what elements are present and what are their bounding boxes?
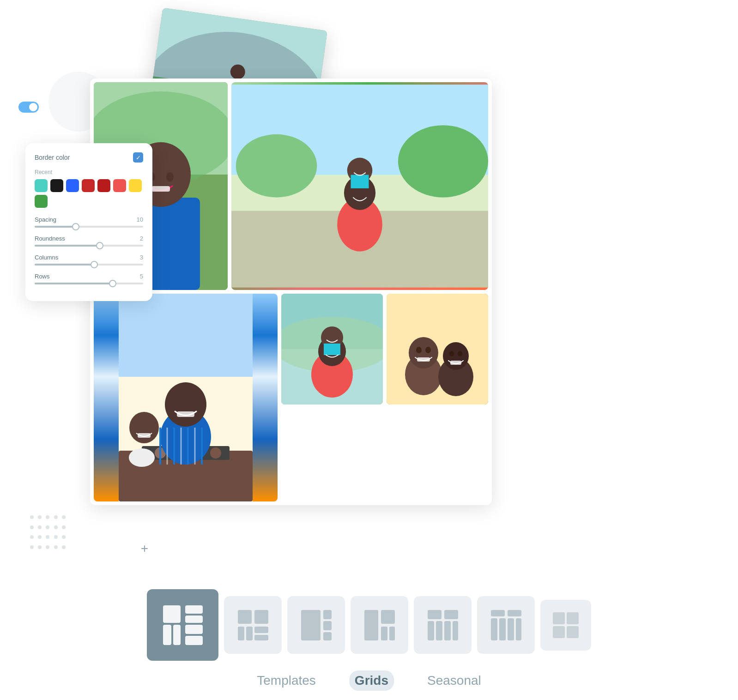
columns-slider-row: Columns 3: [35, 254, 143, 266]
photo-area: [90, 18, 510, 434]
svg-rect-69: [163, 605, 181, 623]
color-swatch-black[interactable]: [50, 179, 63, 192]
color-swatch-dark-red[interactable]: [82, 179, 95, 192]
rows-thumb[interactable]: [109, 280, 116, 287]
svg-rect-84: [323, 621, 332, 630]
color-swatch-blue[interactable]: [66, 179, 79, 192]
columns-slider-header: Columns 3: [35, 254, 143, 261]
color-swatch-teal[interactable]: [35, 179, 48, 192]
roundness-slider-header: Roundness 2: [35, 235, 143, 242]
panel-check-button[interactable]: ✓: [133, 152, 143, 163]
grid-icon-5: [427, 609, 459, 641]
roundness-track[interactable]: [35, 245, 143, 247]
svg-point-67: [449, 351, 454, 356]
svg-rect-29: [119, 294, 253, 377]
dot: [54, 515, 58, 519]
dot: [54, 525, 58, 529]
svg-rect-90: [428, 610, 442, 619]
thumbnail-6[interactable]: [477, 596, 535, 654]
spacing-fill: [35, 226, 76, 228]
svg-rect-47: [177, 411, 194, 417]
roundness-fill: [35, 245, 100, 247]
dot: [38, 525, 42, 529]
rows-track[interactable]: [35, 283, 143, 284]
outdoor-photo-svg: [231, 82, 488, 290]
collage-bottom-row: [94, 294, 488, 501]
tab-navigation: Templates Grids Seasonal: [251, 670, 487, 691]
tab-templates[interactable]: Templates: [251, 670, 321, 691]
svg-point-22: [398, 125, 488, 197]
thumbnail-5[interactable]: [414, 596, 472, 654]
photo-cell-piggyback: [281, 294, 383, 404]
tab-grids[interactable]: Grids: [349, 670, 394, 691]
columns-track[interactable]: [35, 264, 143, 266]
svg-rect-75: [185, 636, 203, 645]
svg-rect-73: [173, 625, 181, 645]
roundness-value: 2: [140, 235, 143, 242]
roundness-slider-row: Roundness 2: [35, 235, 143, 247]
svg-rect-105: [567, 626, 579, 638]
svg-point-68: [458, 351, 462, 356]
svg-rect-95: [453, 621, 458, 640]
spacing-label: Spacing: [35, 216, 56, 223]
dot: [38, 515, 42, 519]
color-swatch-red[interactable]: [113, 179, 126, 192]
thumbnail-3[interactable]: [287, 596, 345, 654]
svg-point-65: [416, 347, 422, 353]
thumbnail-7[interactable]: [540, 600, 591, 651]
spacing-slider-row: Spacing 10: [35, 216, 143, 228]
thumbnail-2[interactable]: [224, 596, 282, 654]
spacing-track[interactable]: [35, 226, 143, 228]
thumbnail-4[interactable]: [351, 596, 408, 654]
photo-cell-family-smiling: [387, 294, 488, 404]
roundness-thumb[interactable]: [96, 242, 103, 249]
piggyback-photo-svg: [281, 294, 383, 404]
svg-point-17: [166, 172, 174, 181]
svg-rect-18: [151, 186, 170, 192]
dot: [62, 525, 66, 529]
svg-rect-56: [324, 344, 340, 355]
dots-decoration: [30, 515, 67, 552]
tab-seasonal[interactable]: Seasonal: [422, 670, 487, 691]
columns-thumb[interactable]: [91, 261, 98, 268]
rows-slider-header: Rows 5: [35, 273, 143, 280]
svg-rect-92: [428, 621, 434, 640]
main-container: Border color ✓ Recent Spacing 10: [0, 0, 738, 700]
photo-cell-outdoor: [231, 82, 488, 290]
panel-header: Border color ✓: [35, 152, 143, 163]
toggle-area: [18, 102, 39, 113]
svg-point-66: [425, 347, 431, 353]
thumbnail-1-active[interactable]: [147, 589, 218, 661]
svg-rect-104: [553, 626, 565, 638]
color-swatch-green[interactable]: [35, 195, 48, 208]
dot: [46, 525, 49, 529]
spacing-thumb[interactable]: [72, 223, 79, 230]
svg-rect-81: [254, 635, 268, 640]
color-swatch-darker-red[interactable]: [97, 179, 110, 192]
svg-rect-27: [351, 175, 369, 188]
plus-button[interactable]: +: [136, 540, 153, 557]
dot: [30, 525, 34, 529]
svg-rect-87: [381, 610, 395, 624]
dot: [38, 545, 42, 549]
toggle-switch[interactable]: [18, 102, 39, 113]
photo-cell-cooking: [94, 294, 278, 501]
svg-rect-72: [163, 625, 171, 645]
svg-rect-74: [185, 625, 203, 634]
color-swatch-yellow[interactable]: [129, 179, 142, 192]
grid-icon-7: [552, 611, 580, 639]
dot: [54, 545, 58, 549]
svg-point-45: [129, 448, 155, 467]
svg-rect-77: [254, 610, 268, 624]
rows-value: 5: [140, 273, 143, 280]
columns-label: Columns: [35, 254, 58, 261]
roundness-label: Roundness: [35, 235, 65, 242]
dot: [62, 535, 66, 539]
svg-rect-83: [323, 610, 332, 619]
svg-rect-70: [185, 605, 203, 614]
rows-label: Rows: [35, 273, 50, 280]
svg-rect-82: [301, 610, 321, 640]
thumbnails-row: [147, 589, 591, 661]
svg-rect-63: [417, 357, 430, 362]
svg-point-21: [236, 134, 317, 198]
